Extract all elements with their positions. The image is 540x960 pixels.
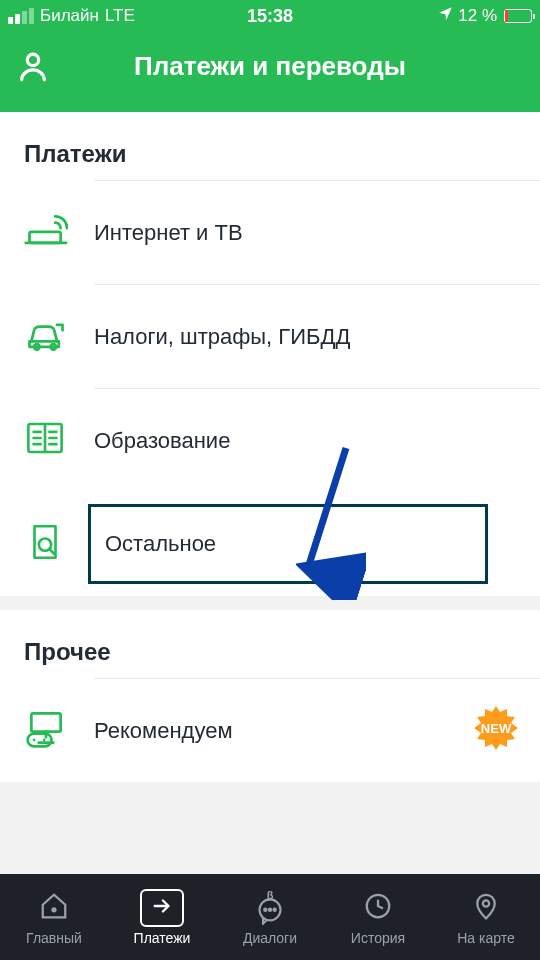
row-label: Рекомендуем [94, 718, 233, 744]
svg-point-0 [27, 54, 38, 65]
tab-label: История [351, 930, 405, 946]
row-recommend[interactable]: Рекомендуем NEW [0, 678, 540, 782]
svg-rect-14 [31, 713, 60, 731]
svg-point-25 [264, 908, 266, 910]
tab-dialogs[interactable]: β Диалоги [216, 874, 324, 960]
book-icon [24, 417, 66, 463]
row-education[interactable]: Образование [0, 388, 540, 492]
row-internet-tv[interactable]: Интернет и ТВ [0, 180, 540, 284]
page-title: Платежи и переводы [10, 51, 530, 82]
svg-text:NEW: NEW [481, 721, 512, 736]
car-icon [24, 312, 68, 360]
arrow-right-icon [149, 895, 175, 921]
tab-label: На карте [457, 930, 515, 946]
svg-rect-1 [30, 232, 61, 243]
svg-point-22 [53, 908, 56, 911]
gamepad-icon [24, 706, 68, 754]
signal-icon [8, 8, 34, 24]
section-other-title: Прочее [0, 610, 540, 678]
network-label: LTE [105, 6, 135, 26]
row-label: Образование [94, 428, 230, 454]
row-other-highlighted[interactable]: Остальное [0, 492, 540, 596]
router-icon [24, 208, 68, 256]
tab-label: Платежи [134, 930, 191, 946]
carrier-label: Билайн [40, 6, 99, 26]
tab-label: Главный [26, 930, 82, 946]
row-label: Интернет и ТВ [94, 220, 243, 246]
tab-payments[interactable]: Платежи [108, 874, 216, 960]
svg-point-27 [274, 908, 276, 910]
tab-map[interactable]: На карте [432, 874, 540, 960]
battery-icon [504, 9, 532, 23]
svg-point-26 [269, 908, 271, 910]
new-badge: NEW [472, 704, 520, 758]
svg-point-29 [483, 900, 489, 906]
tab-bar: Главный Платежи β Диалоги История На кар… [0, 874, 540, 960]
battery-pct: 12 % [458, 6, 497, 26]
row-label: Налоги, штрафы, ГИБДД [94, 324, 350, 350]
pin-icon [471, 891, 501, 925]
svg-rect-15 [28, 734, 52, 747]
selection-box: Остальное [88, 504, 488, 584]
svg-line-13 [49, 549, 54, 554]
header: Платежи и переводы [0, 32, 540, 112]
clock-icon [363, 891, 393, 925]
tab-label: Диалоги [243, 930, 297, 946]
section-payments-title: Платежи [0, 112, 540, 180]
profile-icon[interactable] [16, 50, 50, 88]
location-icon [437, 5, 454, 27]
row-label: Остальное [105, 531, 216, 557]
tab-main[interactable]: Главный [0, 874, 108, 960]
clock: 15:38 [247, 6, 293, 27]
status-bar: Билайн LTE 15:38 12 % [0, 0, 540, 32]
search-document-icon [24, 521, 66, 567]
chat-icon [255, 897, 285, 929]
tab-history[interactable]: История [324, 874, 432, 960]
home-icon [39, 891, 69, 925]
row-taxes-fines[interactable]: Налоги, штрафы, ГИБДД [0, 284, 540, 388]
